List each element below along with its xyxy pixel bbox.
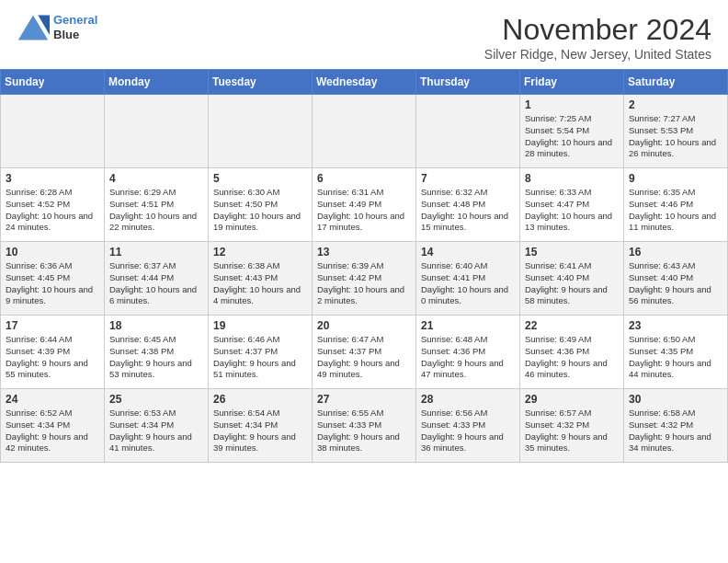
day-number: 29 <box>525 393 619 406</box>
calendar-cell: 12Sunrise: 6:38 AM Sunset: 4:43 PM Dayli… <box>209 242 313 316</box>
day-number: 15 <box>525 246 619 259</box>
calendar-week-row: 10Sunrise: 6:36 AM Sunset: 4:45 PM Dayli… <box>1 242 728 316</box>
day-info: Sunrise: 6:38 AM Sunset: 4:43 PM Dayligh… <box>213 260 307 307</box>
day-number: 18 <box>109 319 203 332</box>
day-info: Sunrise: 6:55 AM Sunset: 4:33 PM Dayligh… <box>317 408 411 454</box>
day-number: 5 <box>213 172 307 185</box>
weekday-header: Tuesday <box>209 70 313 95</box>
day-info: Sunrise: 6:43 AM Sunset: 4:40 PM Dayligh… <box>629 260 722 307</box>
day-number: 12 <box>213 246 307 259</box>
day-number: 6 <box>317 172 411 185</box>
calendar-cell: 4Sunrise: 6:29 AM Sunset: 4:51 PM Daylig… <box>105 168 209 242</box>
calendar-cell: 7Sunrise: 6:32 AM Sunset: 4:48 PM Daylig… <box>416 168 520 242</box>
calendar-cell: 6Sunrise: 6:31 AM Sunset: 4:49 PM Daylig… <box>313 168 416 242</box>
day-number: 26 <box>213 393 307 406</box>
day-info: Sunrise: 6:50 AM Sunset: 4:35 PM Dayligh… <box>629 334 722 381</box>
day-number: 11 <box>109 246 203 259</box>
day-info: Sunrise: 6:44 AM Sunset: 4:39 PM Dayligh… <box>6 334 99 381</box>
weekday-header: Thursday <box>416 70 520 95</box>
day-number: 10 <box>6 246 99 259</box>
day-number: 24 <box>6 393 99 406</box>
day-number: 22 <box>525 319 619 332</box>
calendar-cell: 14Sunrise: 6:40 AM Sunset: 4:41 PM Dayli… <box>416 242 520 316</box>
day-info: Sunrise: 6:45 AM Sunset: 4:38 PM Dayligh… <box>109 334 203 381</box>
day-number: 8 <box>525 172 619 185</box>
day-number: 19 <box>213 319 307 332</box>
calendar-cell: 18Sunrise: 6:45 AM Sunset: 4:38 PM Dayli… <box>105 316 209 389</box>
day-info: Sunrise: 6:54 AM Sunset: 4:34 PM Dayligh… <box>213 408 307 454</box>
day-number: 17 <box>6 319 99 332</box>
calendar-cell: 19Sunrise: 6:46 AM Sunset: 4:37 PM Dayli… <box>209 316 313 389</box>
weekday-header: Sunday <box>1 70 105 95</box>
calendar-cell: 13Sunrise: 6:39 AM Sunset: 4:42 PM Dayli… <box>313 242 416 316</box>
weekday-header: Monday <box>105 70 209 95</box>
day-number: 30 <box>629 393 722 406</box>
day-info: Sunrise: 6:37 AM Sunset: 4:44 PM Dayligh… <box>109 260 203 307</box>
day-info: Sunrise: 6:29 AM Sunset: 4:51 PM Dayligh… <box>109 187 203 234</box>
day-number: 16 <box>629 246 722 259</box>
day-number: 14 <box>421 246 515 259</box>
month-title: November 2024 <box>484 13 711 47</box>
day-info: Sunrise: 6:32 AM Sunset: 4:48 PM Dayligh… <box>421 187 515 234</box>
calendar-cell: 8Sunrise: 6:33 AM Sunset: 4:47 PM Daylig… <box>520 168 624 242</box>
calendar-cell: 30Sunrise: 6:58 AM Sunset: 4:32 PM Dayli… <box>624 389 728 463</box>
logo: General Blue <box>17 13 97 42</box>
calendar-cell: 20Sunrise: 6:47 AM Sunset: 4:37 PM Dayli… <box>313 316 416 389</box>
day-info: Sunrise: 6:49 AM Sunset: 4:36 PM Dayligh… <box>525 334 619 381</box>
calendar-cell: 16Sunrise: 6:43 AM Sunset: 4:40 PM Dayli… <box>624 242 728 316</box>
day-number: 25 <box>109 393 203 406</box>
page-header: General Blue November 2024 Silver Ridge,… <box>0 0 728 69</box>
day-info: Sunrise: 6:40 AM Sunset: 4:41 PM Dayligh… <box>421 260 515 307</box>
day-info: Sunrise: 6:56 AM Sunset: 4:33 PM Dayligh… <box>421 408 515 454</box>
calendar-cell: 10Sunrise: 6:36 AM Sunset: 4:45 PM Dayli… <box>1 242 105 316</box>
location-title: Silver Ridge, New Jersey, United States <box>484 47 711 62</box>
calendar-cell: 29Sunrise: 6:57 AM Sunset: 4:32 PM Dayli… <box>520 389 624 463</box>
day-number: 9 <box>629 172 722 185</box>
calendar-week-row: 3Sunrise: 6:28 AM Sunset: 4:52 PM Daylig… <box>1 168 728 242</box>
day-number: 20 <box>317 319 411 332</box>
day-info: Sunrise: 6:30 AM Sunset: 4:50 PM Dayligh… <box>213 187 307 234</box>
calendar-cell: 9Sunrise: 6:35 AM Sunset: 4:46 PM Daylig… <box>624 168 728 242</box>
calendar-week-row: 1Sunrise: 7:25 AM Sunset: 5:54 PM Daylig… <box>1 95 728 168</box>
day-number: 23 <box>629 319 722 332</box>
calendar-cell: 1Sunrise: 7:25 AM Sunset: 5:54 PM Daylig… <box>520 95 624 168</box>
calendar-cell <box>1 95 105 168</box>
day-number: 4 <box>109 172 203 185</box>
weekday-header: Wednesday <box>313 70 416 95</box>
calendar-cell: 28Sunrise: 6:56 AM Sunset: 4:33 PM Dayli… <box>416 389 520 463</box>
day-number: 7 <box>421 172 515 185</box>
calendar-cell: 26Sunrise: 6:54 AM Sunset: 4:34 PM Dayli… <box>209 389 313 463</box>
calendar-cell: 3Sunrise: 6:28 AM Sunset: 4:52 PM Daylig… <box>1 168 105 242</box>
calendar-cell <box>209 95 313 168</box>
day-info: Sunrise: 6:41 AM Sunset: 4:40 PM Dayligh… <box>525 260 619 307</box>
calendar-cell: 27Sunrise: 6:55 AM Sunset: 4:33 PM Dayli… <box>313 389 416 463</box>
day-info: Sunrise: 6:28 AM Sunset: 4:52 PM Dayligh… <box>6 187 99 234</box>
day-number: 21 <box>421 319 515 332</box>
calendar-cell <box>105 95 209 168</box>
day-number: 2 <box>629 98 722 111</box>
calendar-cell: 2Sunrise: 7:27 AM Sunset: 5:53 PM Daylig… <box>624 95 728 168</box>
logo-icon <box>17 13 50 42</box>
day-info: Sunrise: 6:33 AM Sunset: 4:47 PM Dayligh… <box>525 187 619 234</box>
calendar-cell: 5Sunrise: 6:30 AM Sunset: 4:50 PM Daylig… <box>209 168 313 242</box>
day-info: Sunrise: 6:35 AM Sunset: 4:46 PM Dayligh… <box>629 187 722 234</box>
day-number: 3 <box>6 172 99 185</box>
day-info: Sunrise: 6:47 AM Sunset: 4:37 PM Dayligh… <box>317 334 411 381</box>
day-number: 1 <box>525 98 619 111</box>
day-info: Sunrise: 6:39 AM Sunset: 4:42 PM Dayligh… <box>317 260 411 307</box>
calendar-cell: 17Sunrise: 6:44 AM Sunset: 4:39 PM Dayli… <box>1 316 105 389</box>
day-number: 13 <box>317 246 411 259</box>
day-info: Sunrise: 6:46 AM Sunset: 4:37 PM Dayligh… <box>213 334 307 381</box>
title-block: November 2024 Silver Ridge, New Jersey, … <box>484 13 711 62</box>
calendar-week-row: 24Sunrise: 6:52 AM Sunset: 4:34 PM Dayli… <box>1 389 728 463</box>
calendar-table: SundayMondayTuesdayWednesdayThursdayFrid… <box>0 69 728 463</box>
day-info: Sunrise: 6:58 AM Sunset: 4:32 PM Dayligh… <box>629 408 722 454</box>
calendar-cell: 21Sunrise: 6:48 AM Sunset: 4:36 PM Dayli… <box>416 316 520 389</box>
day-info: Sunrise: 6:57 AM Sunset: 4:32 PM Dayligh… <box>525 408 619 454</box>
calendar-cell <box>416 95 520 168</box>
calendar-header-row: SundayMondayTuesdayWednesdayThursdayFrid… <box>1 70 728 95</box>
day-info: Sunrise: 6:48 AM Sunset: 4:36 PM Dayligh… <box>421 334 515 381</box>
calendar-cell: 11Sunrise: 6:37 AM Sunset: 4:44 PM Dayli… <box>105 242 209 316</box>
calendar-week-row: 17Sunrise: 6:44 AM Sunset: 4:39 PM Dayli… <box>1 316 728 389</box>
calendar-cell: 23Sunrise: 6:50 AM Sunset: 4:35 PM Dayli… <box>624 316 728 389</box>
